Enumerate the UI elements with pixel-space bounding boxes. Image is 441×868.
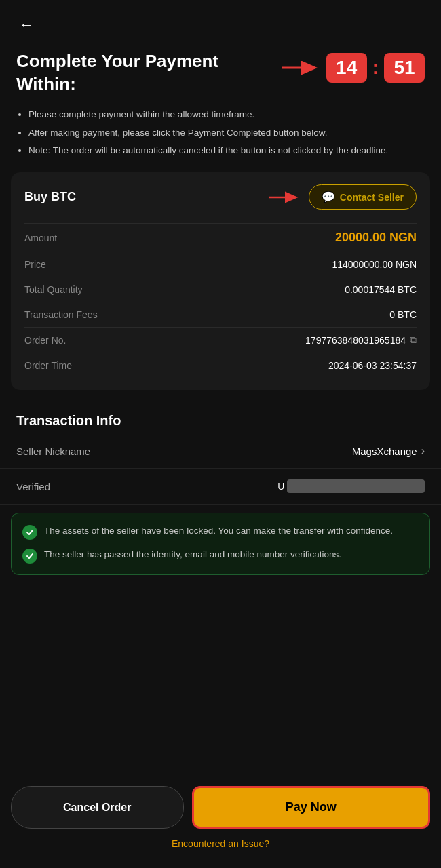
- issue-link[interactable]: Encountered an Issue?: [0, 831, 441, 854]
- order-time-label: Order Time: [24, 360, 72, 371]
- timer-area: 14 : 51: [280, 53, 425, 83]
- order-no-row: Order No. 1797763848031965184 ⧉: [24, 327, 417, 353]
- order-no-label: Order No.: [24, 335, 66, 346]
- contact-seller-button[interactable]: 💬 Contact Seller: [309, 184, 417, 210]
- notice-text-1: The assets of the seller have been locke…: [44, 524, 393, 538]
- page-title: Complete Your Payment Within:: [16, 50, 220, 96]
- notice-item-1: The assets of the seller have been locke…: [22, 524, 419, 540]
- seller-nickname-label: Seller Nickname: [16, 446, 90, 457]
- notice-box: The assets of the seller have been locke…: [11, 513, 430, 575]
- quantity-value: 0.00017544 BTC: [345, 284, 417, 295]
- order-time-value: 2024-06-03 23:54:37: [328, 360, 417, 371]
- fees-row: Transaction Fees 0 BTC: [24, 302, 417, 327]
- header: ←: [0, 0, 441, 43]
- amount-label: Amount: [24, 233, 57, 243]
- verified-blurred: ████████████████: [287, 479, 425, 493]
- order-no-value: 1797763848031965184 ⧉: [305, 334, 417, 346]
- price-label: Price: [24, 259, 46, 270]
- verified-label: Verified: [16, 481, 50, 492]
- arrow-icon: [280, 58, 321, 77]
- order-card-header: Buy BTC 💬 Contact Seller: [24, 184, 417, 210]
- bottom-actions: Cancel Order Pay Now: [0, 775, 441, 831]
- cancel-order-button[interactable]: Cancel Order: [11, 786, 184, 829]
- instruction-1: Please complete payment within the allow…: [28, 107, 425, 123]
- order-time-row: Order Time 2024-06-03 23:54:37: [24, 353, 417, 378]
- check-icon-2: [22, 549, 37, 564]
- quantity-label: Total Quantity: [24, 284, 83, 295]
- timer-seconds: 51: [384, 53, 425, 83]
- order-type-label: Buy BTC: [24, 190, 76, 204]
- notice-text-2: The seller has passed the identity, emai…: [44, 548, 341, 561]
- copy-icon[interactable]: ⧉: [410, 334, 417, 346]
- contact-arrow-icon: [268, 190, 302, 205]
- check-icon-1: [22, 525, 37, 540]
- timer-minutes: 14: [326, 53, 367, 83]
- quantity-row: Total Quantity 0.00017544 BTC: [24, 277, 417, 302]
- seller-nickname-value[interactable]: MagsXchange ›: [352, 445, 425, 457]
- price-row: Price 114000000.00 NGN: [24, 252, 417, 277]
- contact-seller-label: Contact Seller: [340, 192, 404, 203]
- verified-value: U ████████████████: [277, 479, 425, 493]
- fees-label: Transaction Fees: [24, 309, 98, 320]
- message-icon: 💬: [322, 191, 335, 203]
- instruction-2: After making payment, please click the P…: [28, 125, 425, 141]
- order-card: Buy BTC 💬 Contact Seller: [11, 172, 430, 390]
- instruction-3: Note: The order will be automatically ca…: [28, 143, 425, 159]
- pay-now-button[interactable]: Pay Now: [192, 786, 431, 829]
- timer-colon: :: [372, 57, 379, 79]
- verified-row: Verified U ████████████████: [0, 469, 441, 505]
- amount-row: Amount 20000.00 NGN: [24, 223, 417, 252]
- instructions-section: Please complete payment within the allow…: [0, 107, 441, 173]
- transaction-info-title: Transaction Info: [0, 401, 441, 434]
- price-value: 114000000.00 NGN: [332, 259, 417, 270]
- back-button[interactable]: ←: [16, 14, 37, 37]
- title-section: Complete Your Payment Within: 14 : 51: [0, 43, 441, 107]
- amount-value: 20000.00 NGN: [335, 231, 417, 245]
- seller-arrow-icon: ›: [421, 445, 425, 457]
- notice-item-2: The seller has passed the identity, emai…: [22, 548, 419, 564]
- fees-value: 0 BTC: [389, 309, 417, 320]
- seller-nickname-row: Seller Nickname MagsXchange ›: [0, 434, 441, 469]
